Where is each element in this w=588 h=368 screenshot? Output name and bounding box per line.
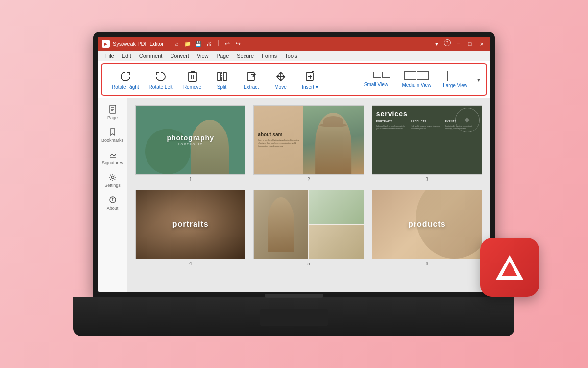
close-button[interactable]: ×	[477, 39, 486, 48]
about-figure	[315, 113, 351, 174]
about-title: about sam	[258, 132, 299, 137]
collage-cell-main	[254, 190, 308, 259]
redo-icon[interactable]: ↪	[234, 39, 243, 48]
slide-about: about sam Born in northern California an…	[254, 106, 363, 174]
small-view-icon-3	[382, 72, 390, 78]
collage-figure	[268, 197, 294, 252]
rotate-right-icon	[120, 70, 131, 83]
undo-icon[interactable]: ↩	[223, 39, 232, 48]
sidebar-item-bookmarks[interactable]: Bookmarks	[100, 124, 125, 146]
thumb-frame-5[interactable]	[253, 190, 364, 259]
services-col-title-2: PRODUCTS	[411, 120, 443, 124]
sidebar-item-signatures[interactable]: Signatures	[100, 147, 125, 168]
save-icon[interactable]: 💾	[194, 39, 203, 48]
remove-icon	[187, 70, 198, 83]
medium-view-label: Medium View	[402, 82, 431, 88]
thumb-frame-3[interactable]: services PORTRAITS Individual family or …	[372, 105, 482, 175]
slide-products: products	[372, 190, 482, 259]
sidebar-item-settings[interactable]: Settings	[100, 169, 125, 191]
insert-label: Insert ▾	[302, 84, 318, 90]
services-col-body-1: Individual family or couple portraits fo…	[376, 125, 409, 130]
move-button[interactable]: Move	[266, 68, 295, 92]
small-view-button[interactable]: Small View	[356, 70, 396, 89]
rotate-right-label: Rotate Right	[112, 84, 139, 90]
about-icon	[109, 195, 117, 205]
menu-forms[interactable]: Forms	[258, 52, 280, 60]
remove-button[interactable]: Remove	[178, 68, 207, 92]
page-num-5: 5	[307, 261, 310, 266]
split-icon	[217, 70, 227, 83]
sidebar-item-page[interactable]: Page	[100, 102, 125, 123]
small-view-label: Small View	[364, 82, 388, 87]
extract-button[interactable]: Extract	[237, 68, 266, 92]
collage-cell-bottom-right	[309, 225, 364, 258]
home-icon[interactable]: ⌂	[172, 39, 181, 48]
small-view-icons	[362, 72, 390, 80]
slide-portraits: portraits	[136, 190, 245, 259]
svg-rect-4	[218, 72, 220, 81]
about-image	[303, 106, 364, 174]
page-icon	[109, 105, 117, 114]
menu-secure[interactable]: Secure	[233, 52, 257, 60]
menu-comment[interactable]: Comment	[136, 52, 166, 60]
thumbnail-4: portraits 4	[135, 190, 245, 266]
laptop-shell: Systweak PDF Editor ⌂ 📁 💾	[74, 32, 514, 336]
thumb-frame-4[interactable]: portraits	[135, 190, 245, 259]
services-col-body-2: High quality imagery for your business b…	[411, 125, 443, 130]
products-title: products	[408, 220, 445, 229]
bookmarks-icon	[109, 127, 117, 137]
medium-view-icons	[404, 71, 429, 80]
thumb-frame-6[interactable]: products	[372, 190, 482, 259]
menu-file[interactable]: File	[102, 52, 118, 60]
small-view-icon-2	[373, 72, 381, 78]
portraits-title: portraits	[172, 220, 209, 229]
pdf-thumbnail-area[interactable]: photography PORTFOLIO 1	[127, 98, 490, 292]
split-label: Split	[217, 84, 226, 90]
menu-tools[interactable]: Tools	[281, 52, 301, 60]
logo-arrow-inner	[502, 262, 517, 276]
rotate-right-button[interactable]: Rotate Right	[107, 68, 144, 92]
menu-edit[interactable]: Edit	[119, 52, 135, 60]
sidebar-about-label: About	[107, 206, 119, 210]
minimize-button[interactable]: −	[454, 39, 463, 48]
medium-view-button[interactable]: Medium View	[396, 69, 437, 90]
large-view-button[interactable]: Large View	[437, 69, 473, 90]
large-view-label: Large View	[443, 83, 467, 88]
print-icon[interactable]: 🖨	[205, 39, 214, 48]
signatures-icon	[109, 150, 117, 159]
medium-view-icon-1	[404, 71, 416, 80]
laptop-hinge	[265, 294, 323, 298]
toolbar: Rotate Right Rotate Left	[101, 63, 487, 96]
services-col-title-1: PORTRAITS	[376, 120, 409, 124]
thumb-frame-2[interactable]: about sam Born in northern California an…	[253, 105, 364, 175]
medium-view-icon-2	[417, 71, 429, 80]
sidebar-item-about[interactable]: About	[100, 192, 125, 213]
folder-icon[interactable]: 📁	[183, 39, 192, 48]
thumbnail-grid: photography PORTFOLIO 1	[135, 105, 482, 266]
menu-view[interactable]: View	[194, 52, 212, 60]
rotate-left-button[interactable]: Rotate Left	[144, 68, 178, 92]
maximize-button[interactable]: □	[466, 39, 474, 48]
services-decoration	[455, 108, 480, 132]
small-view-icon-1	[362, 72, 372, 79]
menu-bar: File Edit Comment Convert View Page Secu…	[98, 51, 490, 61]
extract-label: Extract	[244, 84, 259, 90]
sidebar-settings-label: Settings	[104, 183, 121, 188]
screen-bezel: Systweak PDF Editor ⌂ 📁 💾	[93, 32, 495, 297]
page-num-6: 6	[426, 261, 429, 266]
dropdown-icon[interactable]: ▼	[432, 39, 441, 48]
menu-page[interactable]: Page	[213, 52, 233, 60]
thumb-frame-1[interactable]: photography PORTFOLIO	[135, 105, 245, 175]
move-icon	[275, 70, 286, 83]
split-button[interactable]: Split	[207, 68, 237, 92]
sidebar: Page Bookmarks	[98, 98, 127, 292]
svg-point-20	[112, 198, 113, 199]
thumbnail-5: 5	[253, 190, 364, 266]
toolbar-sep-1	[329, 67, 329, 92]
view-dropdown[interactable]: ▼	[476, 75, 481, 84]
about-body: Born in northern California and raised i…	[258, 139, 299, 148]
menu-convert[interactable]: Convert	[167, 52, 193, 60]
help-icon[interactable]: ?	[444, 39, 451, 46]
app-window: Systweak PDF Editor ⌂ 📁 💾	[98, 37, 490, 292]
insert-button[interactable]: Insert ▾	[295, 68, 325, 92]
